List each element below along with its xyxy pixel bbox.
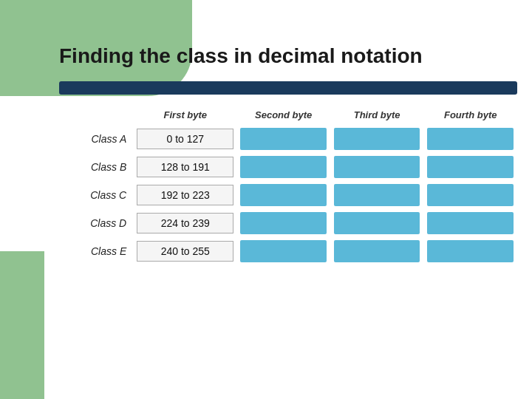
fourth-byte-cell [423, 237, 517, 265]
page-title: Finding the class in decimal notation [59, 44, 517, 68]
fourth-byte-box [427, 128, 514, 150]
third-byte-box [334, 156, 420, 178]
second-byte-box [240, 212, 327, 234]
row-class-label: Class B [59, 153, 134, 181]
first-byte-cell: 240 to 255 [134, 237, 236, 265]
second-byte-box [240, 184, 327, 206]
blue-bar [59, 81, 517, 95]
first-byte-cell: 128 to 191 [134, 153, 236, 181]
fourth-byte-box [427, 240, 514, 262]
third-byte-box [334, 212, 420, 234]
class-table: First byte Second byte Third byte Fourth… [59, 109, 517, 265]
first-byte-box: 0 to 127 [137, 129, 233, 149]
table-row: Class D224 to 239 [59, 209, 517, 237]
fourth-byte-box [427, 212, 514, 234]
main-content: Finding the class in decimal notation Fi… [59, 44, 517, 384]
fourth-byte-cell [423, 209, 517, 237]
third-byte-cell [330, 181, 424, 209]
table-row: Class E240 to 255 [59, 237, 517, 265]
third-byte-cell [330, 209, 424, 237]
col-header-label [59, 109, 134, 125]
first-byte-box: 224 to 239 [137, 213, 233, 233]
col-header-second: Second byte [236, 109, 330, 125]
fourth-byte-box [427, 156, 514, 178]
second-byte-cell [236, 209, 330, 237]
first-byte-cell: 224 to 239 [134, 209, 236, 237]
first-byte-box: 128 to 191 [137, 157, 233, 177]
second-byte-cell [236, 153, 330, 181]
row-class-label: Class E [59, 237, 134, 265]
second-byte-cell [236, 125, 330, 153]
third-byte-box [334, 128, 420, 150]
fourth-byte-cell [423, 153, 517, 181]
second-byte-cell [236, 181, 330, 209]
fourth-byte-cell [423, 181, 517, 209]
third-byte-cell [330, 125, 424, 153]
table-container: First byte Second byte Third byte Fourth… [59, 109, 517, 265]
col-header-first: First byte [134, 109, 236, 125]
third-byte-cell [330, 153, 424, 181]
table-row: Class A0 to 127 [59, 125, 517, 153]
first-byte-cell: 0 to 127 [134, 125, 236, 153]
second-byte-box [240, 240, 327, 262]
second-byte-box [240, 156, 327, 178]
header-row: First byte Second byte Third byte Fourth… [59, 109, 517, 125]
table-row: Class B128 to 191 [59, 153, 517, 181]
row-class-label: Class C [59, 181, 134, 209]
second-byte-box [240, 128, 327, 150]
col-header-third: Third byte [330, 109, 424, 125]
third-byte-box [334, 240, 420, 262]
third-byte-cell [330, 237, 424, 265]
fourth-byte-box [427, 184, 514, 206]
deco-bottom-left [0, 251, 44, 399]
table-row: Class C192 to 223 [59, 181, 517, 209]
fourth-byte-cell [423, 125, 517, 153]
first-byte-box: 192 to 223 [137, 185, 233, 205]
third-byte-box [334, 184, 420, 206]
first-byte-cell: 192 to 223 [134, 181, 236, 209]
col-header-fourth: Fourth byte [423, 109, 517, 125]
first-byte-box: 240 to 255 [137, 241, 233, 262]
second-byte-cell [236, 237, 330, 265]
row-class-label: Class A [59, 125, 134, 153]
row-class-label: Class D [59, 209, 134, 237]
